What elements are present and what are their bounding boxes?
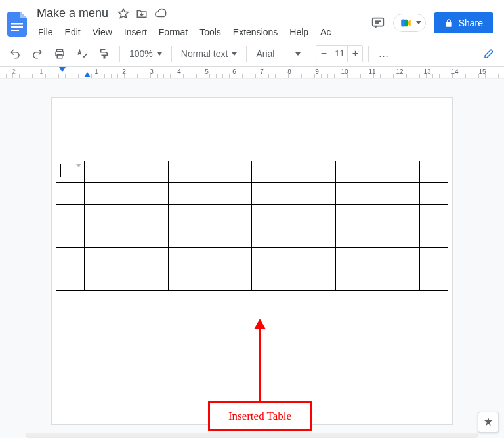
table-cell[interactable] [56,248,85,269]
table-cell[interactable] [196,183,224,205]
table-cell[interactable] [308,269,336,291]
table-cell[interactable] [84,183,112,205]
table-cell[interactable] [392,183,420,205]
move-icon[interactable] [136,8,148,20]
table-cell[interactable] [364,248,392,269]
star-icon[interactable] [117,8,129,20]
zoom-dropdown[interactable]: 100% [125,46,166,62]
table-cell[interactable] [56,205,85,226]
table-cell[interactable] [168,183,196,205]
table-cell[interactable] [420,248,448,269]
table-cell[interactable] [308,205,336,226]
table-cell[interactable] [252,161,280,183]
table-cell[interactable] [336,226,364,248]
table-cell[interactable] [308,183,336,205]
table-cell[interactable] [364,269,392,291]
table-cell[interactable] [420,269,448,291]
table-cell[interactable] [280,269,308,291]
table-cell[interactable] [140,226,168,248]
table-cell[interactable] [84,161,112,183]
menu-tools[interactable]: Tools [194,24,226,40]
table-cell[interactable] [112,269,140,291]
print-button[interactable] [50,45,70,62]
decrease-font-button[interactable]: − [316,46,331,62]
paragraph-style-dropdown[interactable]: Normal text [177,46,242,62]
table-cell[interactable] [168,226,196,248]
table-cell[interactable] [56,226,85,248]
table-cell[interactable] [364,226,392,248]
table-cell[interactable] [112,183,140,205]
table-cell[interactable] [308,248,336,269]
table-cell[interactable] [420,183,448,205]
table-cell[interactable] [252,269,280,291]
first-line-indent-marker[interactable] [59,67,66,72]
table-cell[interactable] [280,205,308,226]
menu-view[interactable]: View [87,24,117,40]
table-cell[interactable] [336,161,364,183]
table-cell[interactable] [196,161,224,183]
table-cell[interactable] [364,161,392,183]
increase-font-button[interactable]: + [348,46,362,62]
table-cell[interactable] [280,226,308,248]
table-cell[interactable] [196,226,224,248]
cloud-saved-icon[interactable] [154,8,167,20]
table-cell[interactable] [420,226,448,248]
table-cell[interactable] [168,205,196,226]
table-cell[interactable] [56,183,85,205]
table-cell[interactable] [280,161,308,183]
table-cell[interactable] [280,183,308,205]
table-cell[interactable] [420,161,448,183]
table-cell[interactable] [56,269,85,291]
inserted-table[interactable] [56,161,448,291]
cell-options-caret-icon[interactable] [76,164,81,167]
table-cell[interactable] [364,205,392,226]
table-cell[interactable] [84,248,112,269]
table-cell[interactable] [84,205,112,226]
document-title[interactable]: Make a menu [34,5,111,22]
table-cell[interactable] [280,248,308,269]
spellcheck-button[interactable] [72,45,92,62]
undo-button[interactable] [5,45,25,62]
menu-access-truncated[interactable]: Ac [315,24,336,40]
table-cell[interactable] [224,205,252,226]
table-cell[interactable] [392,226,420,248]
menu-extensions[interactable]: Extensions [228,24,283,40]
table-cell[interactable] [392,205,420,226]
table-cell[interactable] [392,248,420,269]
table-cell[interactable] [56,161,85,183]
table-cell[interactable] [168,248,196,269]
redo-button[interactable] [28,45,47,62]
table-cell[interactable] [112,248,140,269]
menu-help[interactable]: Help [284,24,314,40]
paint-format-button[interactable] [94,45,114,62]
table-cell[interactable] [224,226,252,248]
table-cell[interactable] [308,161,336,183]
table-cell[interactable] [140,205,168,226]
table-cell[interactable] [84,226,112,248]
table-cell[interactable] [224,183,252,205]
table-cell[interactable] [112,205,140,226]
table-cell[interactable] [420,205,448,226]
table-cell[interactable] [392,269,420,291]
font-dropdown[interactable]: Arial [252,46,304,62]
more-tools-button[interactable]: … [374,48,394,60]
table-cell[interactable] [252,205,280,226]
table-cell[interactable] [336,183,364,205]
table-cell[interactable] [252,248,280,269]
table-cell[interactable] [308,226,336,248]
table-cell[interactable] [196,248,224,269]
table-cell[interactable] [224,269,252,291]
table-cell[interactable] [168,269,196,291]
table-cell[interactable] [84,269,112,291]
table-cell[interactable] [196,205,224,226]
table-cell[interactable] [112,161,140,183]
table-cell[interactable] [224,161,252,183]
share-button[interactable]: Share [434,12,494,33]
menu-insert[interactable]: Insert [119,24,152,40]
table-cell[interactable] [196,269,224,291]
explore-button[interactable] [478,412,499,433]
menu-file[interactable]: File [33,24,58,40]
table-cell[interactable] [140,248,168,269]
horizontal-scrollbar[interactable] [26,433,478,438]
table-cell[interactable] [336,205,364,226]
